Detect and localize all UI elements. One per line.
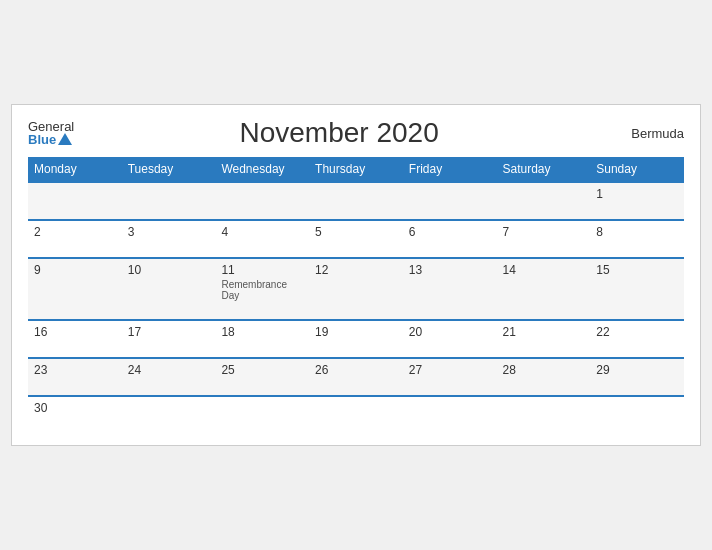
table-row: 3 [122, 220, 216, 258]
day-number: 28 [503, 363, 585, 377]
region-label: Bermuda [604, 126, 684, 141]
day-number: 16 [34, 325, 116, 339]
table-row: 23 [28, 358, 122, 396]
table-row [122, 182, 216, 220]
logo: General Blue [28, 120, 74, 146]
table-row [590, 396, 684, 433]
table-row [309, 396, 403, 433]
day-number: 29 [596, 363, 678, 377]
day-number: 13 [409, 263, 491, 277]
table-row [403, 182, 497, 220]
day-number: 27 [409, 363, 491, 377]
table-row [497, 182, 591, 220]
table-row: 19 [309, 320, 403, 358]
table-row: 21 [497, 320, 591, 358]
table-row: 10 [122, 258, 216, 320]
day-number: 12 [315, 263, 397, 277]
table-row [28, 182, 122, 220]
col-thursday: Thursday [309, 157, 403, 182]
table-row: 22 [590, 320, 684, 358]
table-row: 29 [590, 358, 684, 396]
table-row: 5 [309, 220, 403, 258]
table-row [215, 396, 309, 433]
calendar-header-row: Monday Tuesday Wednesday Thursday Friday… [28, 157, 684, 182]
day-number: 7 [503, 225, 585, 239]
calendar-container: General Blue November 2020 Bermuda Monda… [11, 104, 701, 446]
table-row: 13 [403, 258, 497, 320]
table-row: 16 [28, 320, 122, 358]
col-monday: Monday [28, 157, 122, 182]
day-number: 30 [34, 401, 116, 415]
logo-triangle-icon [58, 133, 72, 145]
day-number: 3 [128, 225, 210, 239]
day-number: 1 [596, 187, 678, 201]
event-label: Remembrance Day [221, 279, 303, 301]
table-row [122, 396, 216, 433]
day-number: 14 [503, 263, 585, 277]
table-row: 14 [497, 258, 591, 320]
table-row: 11Remembrance Day [215, 258, 309, 320]
day-number: 5 [315, 225, 397, 239]
table-row: 24 [122, 358, 216, 396]
day-number: 24 [128, 363, 210, 377]
table-row: 20 [403, 320, 497, 358]
table-row [497, 396, 591, 433]
table-row: 1 [590, 182, 684, 220]
table-row: 12 [309, 258, 403, 320]
day-number: 10 [128, 263, 210, 277]
table-row: 7 [497, 220, 591, 258]
table-row: 9 [28, 258, 122, 320]
table-row [403, 396, 497, 433]
col-sunday: Sunday [590, 157, 684, 182]
day-number: 8 [596, 225, 678, 239]
table-row: 2 [28, 220, 122, 258]
day-number: 4 [221, 225, 303, 239]
day-number: 6 [409, 225, 491, 239]
table-row [215, 182, 309, 220]
col-wednesday: Wednesday [215, 157, 309, 182]
day-number: 17 [128, 325, 210, 339]
day-number: 9 [34, 263, 116, 277]
calendar-header: General Blue November 2020 Bermuda [28, 117, 684, 149]
calendar-body: 1234567891011Remembrance Day121314151617… [28, 182, 684, 433]
table-row: 27 [403, 358, 497, 396]
calendar-title: November 2020 [74, 117, 604, 149]
col-friday: Friday [403, 157, 497, 182]
table-row: 26 [309, 358, 403, 396]
col-tuesday: Tuesday [122, 157, 216, 182]
table-row: 17 [122, 320, 216, 358]
day-number: 20 [409, 325, 491, 339]
table-row: 4 [215, 220, 309, 258]
col-saturday: Saturday [497, 157, 591, 182]
table-row: 28 [497, 358, 591, 396]
table-row: 6 [403, 220, 497, 258]
day-number: 21 [503, 325, 585, 339]
day-number: 26 [315, 363, 397, 377]
day-number: 25 [221, 363, 303, 377]
day-number: 23 [34, 363, 116, 377]
table-row: 8 [590, 220, 684, 258]
table-row: 18 [215, 320, 309, 358]
calendar-table: Monday Tuesday Wednesday Thursday Friday… [28, 157, 684, 433]
day-number: 2 [34, 225, 116, 239]
day-number: 18 [221, 325, 303, 339]
day-number: 11 [221, 263, 303, 277]
day-number: 22 [596, 325, 678, 339]
table-row [309, 182, 403, 220]
logo-blue-text: Blue [28, 133, 72, 146]
table-row: 25 [215, 358, 309, 396]
day-number: 15 [596, 263, 678, 277]
day-number: 19 [315, 325, 397, 339]
table-row: 30 [28, 396, 122, 433]
table-row: 15 [590, 258, 684, 320]
